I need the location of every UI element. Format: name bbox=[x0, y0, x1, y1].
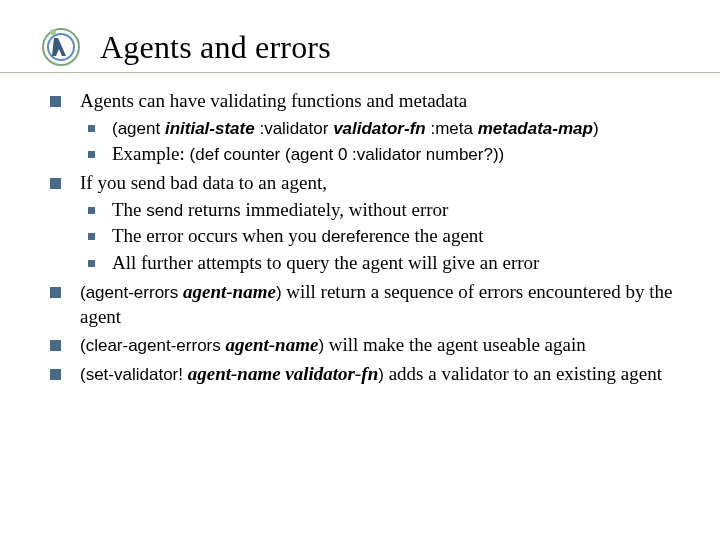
code-param: metadata-map bbox=[478, 119, 593, 138]
code-param: agent-name bbox=[183, 281, 276, 302]
code-param: agent-name bbox=[226, 334, 319, 355]
item-text: All further attempts to query the agent … bbox=[112, 252, 539, 273]
code-text: :meta bbox=[426, 119, 478, 138]
item-text: will make the agent useable again bbox=[324, 334, 586, 355]
list-item: The error occurs when you dereference th… bbox=[80, 224, 698, 249]
item-text: Example: bbox=[112, 143, 190, 164]
list-item: (agent initial-state :validator validato… bbox=[80, 116, 698, 141]
svg-point-2 bbox=[50, 29, 56, 35]
item-text: returns immediately, without error bbox=[183, 199, 448, 220]
square-bullet-icon bbox=[50, 96, 61, 107]
list-item: (clear-agent-errors agent-name) will mak… bbox=[50, 333, 698, 358]
item-text: Agents can have validating functions and… bbox=[80, 90, 467, 111]
list-item: Example: (def counter (agent 0 :validato… bbox=[80, 142, 698, 167]
list-item: The send returns immediately, without er… bbox=[80, 198, 698, 223]
square-bullet-icon bbox=[50, 178, 61, 189]
square-bullet-icon bbox=[50, 369, 61, 380]
square-bullet-icon bbox=[88, 233, 95, 240]
square-bullet-icon bbox=[50, 340, 61, 351]
code-text: (agent-errors bbox=[80, 283, 183, 302]
item-text: The bbox=[112, 199, 146, 220]
list-item: (agent-errors agent-name) will return a … bbox=[50, 280, 698, 329]
code-text: (set-validator! bbox=[80, 365, 188, 384]
lambda-logo-icon bbox=[40, 26, 82, 68]
code-text: (agent bbox=[112, 119, 165, 138]
list-item: If you send bad data to an agent, The se… bbox=[50, 171, 698, 276]
item-text: The error occurs when you bbox=[112, 225, 321, 246]
list-item: (set-validator! agent-name validator-fn)… bbox=[50, 362, 698, 387]
code-text: (clear-agent-errors bbox=[80, 336, 226, 355]
code-param: validator-fn bbox=[285, 363, 378, 384]
item-text: erence the agent bbox=[360, 225, 483, 246]
item-text: If you send bad data to an agent, bbox=[80, 172, 327, 193]
code-text: send bbox=[146, 201, 183, 220]
slide-title: Agents and errors bbox=[100, 29, 331, 66]
square-bullet-icon bbox=[88, 151, 95, 158]
code-text: ) bbox=[593, 119, 599, 138]
code-param: agent-name bbox=[188, 363, 281, 384]
square-bullet-icon bbox=[88, 207, 95, 214]
slide-header: Agents and errors bbox=[0, 0, 720, 73]
code-param: validator-fn bbox=[333, 119, 426, 138]
slide-body: Agents can have validating functions and… bbox=[0, 81, 720, 387]
code-text: deref bbox=[321, 227, 360, 246]
square-bullet-icon bbox=[88, 260, 95, 267]
code-text: (def counter (agent 0 :validator number?… bbox=[190, 145, 505, 164]
item-text: adds a validator to an existing agent bbox=[384, 363, 662, 384]
code-param: initial-state bbox=[165, 119, 255, 138]
list-item: All further attempts to query the agent … bbox=[80, 251, 698, 276]
square-bullet-icon bbox=[88, 125, 95, 132]
list-item: Agents can have validating functions and… bbox=[50, 89, 698, 167]
square-bullet-icon bbox=[50, 287, 61, 298]
code-text: :validator bbox=[255, 119, 333, 138]
